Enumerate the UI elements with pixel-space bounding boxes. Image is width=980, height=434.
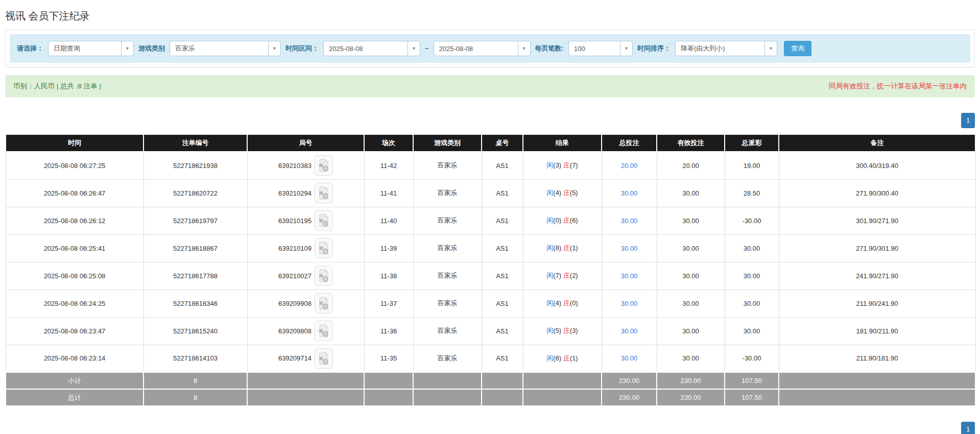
round-id-cell: 639209908 [247,290,364,317]
banker-result-label: 庄 [563,299,570,307]
player-result-count: (3) [553,161,561,169]
column-header-round-id: 局号 [247,134,364,152]
remark-cell: 300.40/319.40 [779,152,975,179]
total-bet-link[interactable]: 30.00 [621,300,638,307]
round-id-text: 639210294 [278,189,312,197]
remark-cell: 211.90/241.90 [779,290,975,317]
result-cell: 闲(6) 庄(1) [523,345,602,372]
result-cell: 闲(8) 庄(1) [523,234,602,262]
search-button[interactable]: 查询 [784,41,811,56]
page-1-button[interactable]: 1 [961,113,975,128]
total-bet-link[interactable]: 20.00 [621,162,638,170]
table-row: 2025-08-08 06:23:47522718615240639209808… [6,317,975,345]
player-result-count: (6) [553,354,561,362]
player-result-label: 闲 [546,189,553,197]
table-row: 2025-08-08 06:26:47522718620722639210294… [6,179,975,207]
time-sort-label: 时间排序： [637,44,671,53]
bet-id-cell: 522718620722 [144,179,247,207]
page-title: 视讯 会员下注纪录 [5,9,975,23]
game-type-cell: 百家乐 [413,207,482,234]
round-id-wrap: 639210027 [278,266,333,286]
banker-result-label: 庄 [563,189,570,197]
summary-cell-session [364,372,413,389]
table-row: 2025-08-08 06:25:41522718618867639210109… [6,234,975,262]
session-cell: 11-41 [364,179,413,207]
total-bet-link[interactable]: 30.00 [621,272,638,280]
video-replay-button[interactable] [315,266,333,286]
video-replay-button[interactable] [315,155,333,176]
film-icon [318,159,329,172]
payout-cell: 30.00 [725,317,779,345]
remark-cell: 241.90/271.90 [779,262,975,290]
total-bet-cell: 30.00 [602,179,657,207]
currency-summary-text: 币别：人民币 | 总共 :8 注单 | [13,82,101,91]
page-1-button[interactable]: 1 [961,422,975,434]
total-bet-cell: 30.00 [602,262,657,290]
remark-cell: 301.90/271.90 [779,207,975,234]
total-bet-link[interactable]: 30.00 [621,354,638,362]
total-bet-link[interactable]: 30.00 [621,245,638,252]
column-header-payout: 总派彩 [725,134,779,152]
round-id-text: 639210109 [278,245,312,252]
video-replay-button[interactable] [315,183,333,203]
film-icon [318,214,329,227]
total-bet-cell: 30.00 [602,345,657,372]
column-header-total-bet: 总投注 [602,134,657,152]
grand-total-row: 总计8230.00230.00107.50 [6,389,975,406]
summary-cell-table-no [482,389,523,406]
total-bet-cell: 30.00 [602,207,657,234]
range-separator: ~ [425,45,429,53]
table-row: 2025-08-08 06:23:14522718614103639209714… [6,345,975,372]
page-size-select[interactable]: 100 ▼ [568,41,633,56]
summary-bar: 币别：人民币 | 总共 :8 注单 | 同局有效投注，统一计算在该局第一张注单内 [5,75,975,98]
game-type-select[interactable]: 百家乐 ▼ [170,41,281,56]
chevron-down-icon: ▼ [620,41,632,56]
summary-cell-remark [779,389,975,406]
time-sort-select[interactable]: 降幂(由大到小) ▼ [675,41,777,56]
video-replay-button[interactable] [315,321,333,341]
column-header-session: 场次 [364,134,413,152]
banker-result-label: 庄 [563,216,570,224]
time-cell: 2025-08-08 06:23:47 [6,317,144,345]
valid-bet-cell: 30.00 [657,179,725,207]
session-cell: 11-39 [364,234,413,262]
summary-cell-bet-id: 8 [144,389,247,406]
player-result-label: 闲 [546,216,553,224]
player-result-count: (0) [553,216,561,224]
banker-result-label: 庄 [563,244,570,252]
session-cell: 11-42 [364,152,413,179]
round-id-cell: 639209714 [247,345,364,372]
game-type-cell: 百家乐 [413,262,482,290]
payout-cell: -30.00 [725,345,779,372]
session-cell: 11-35 [364,345,413,372]
video-replay-button[interactable] [315,238,333,258]
column-header-game-type: 游戏类别 [413,134,482,152]
summary-cell-valid-bet: 230.00 [657,389,725,406]
total-bet-link[interactable]: 30.00 [621,189,638,197]
valid-bet-cell: 30.00 [657,262,725,290]
video-replay-button[interactable] [315,210,333,231]
banker-result-count: (1) [570,244,578,252]
game-type-cell: 百家乐 [413,345,482,372]
banker-result-label: 庄 [563,327,570,334]
round-id-text: 639209908 [278,300,312,307]
column-header-time: 时间 [6,134,144,152]
total-bet-link[interactable]: 30.00 [621,217,638,225]
film-icon [318,324,329,337]
banker-result-count: (2) [570,272,578,279]
player-result-label: 闲 [546,161,553,169]
date-from-select[interactable]: 2025-08-08 ▼ [323,41,420,56]
banker-result-label: 庄 [563,161,570,169]
query-type-value: 日期查询 [49,41,121,56]
total-bet-link[interactable]: 30.00 [621,327,638,335]
video-replay-button[interactable] [315,348,333,369]
summary-cell-table-no [482,372,523,389]
query-type-select[interactable]: 日期查询 ▼ [48,41,134,56]
summary-cell-total-bet: 230.00 [602,372,657,389]
column-header-remark: 备注 [779,134,975,152]
date-to-select[interactable]: 2025-08-08 ▼ [434,41,531,56]
game-type-cell: 百家乐 [413,290,482,317]
round-id-text: 639210027 [278,272,312,280]
player-result-count: (4) [553,189,561,197]
video-replay-button[interactable] [315,293,333,314]
